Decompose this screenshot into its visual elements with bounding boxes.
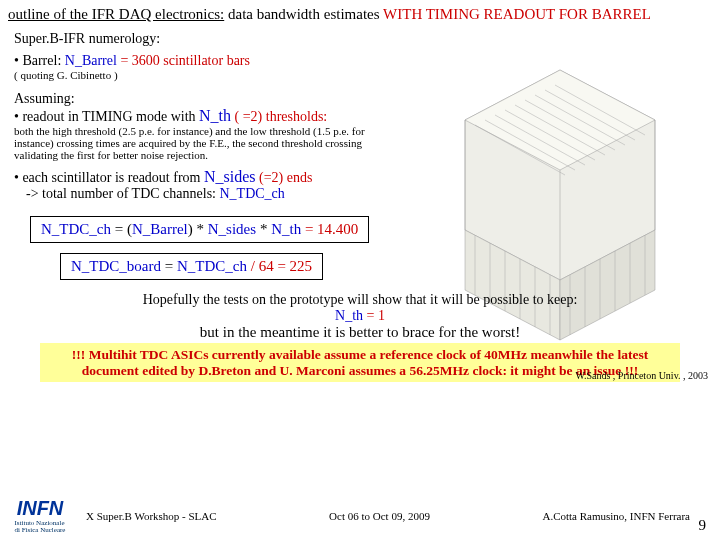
n-barrel-var: N_Barrel [65, 53, 117, 68]
timing-bullet: • readout in TIMING mode with N_th ( =2)… [0, 107, 720, 125]
f1b: = ( [111, 221, 132, 237]
numerology-heading: Super.B-IFR numerology: [0, 25, 720, 51]
tdc-pre: -> total number of TDC channels: [26, 186, 219, 201]
slide-title: outline of the IFR DAQ electronics: data… [0, 0, 720, 25]
tdc-total-line: -> total number of TDC channels: N_TDC_c… [0, 186, 720, 208]
footer-dates: Oct 06 to Oct 09, 2009 [217, 510, 543, 522]
infn-subtitle: Istituto Nazionaledi Fisica Nucleare [15, 520, 66, 534]
scint-pre: • each scintillator is readout from [14, 170, 204, 185]
n-th-var: N_th [199, 107, 231, 124]
scintillator-bullet: • each scintillator is readout from N_si… [0, 165, 720, 186]
scint-post: (=2) ends [256, 170, 313, 185]
f2b: = [161, 258, 177, 274]
title-mid: data bandwidth estimates [224, 6, 383, 22]
f1c: N_Barrel [132, 221, 188, 237]
image-credit: W.Sands , Princeton Univ. , 2003 [575, 370, 708, 381]
footer: INFN Istituto Nazionaledi Fisica Nuclear… [0, 497, 720, 534]
page-number: 9 [699, 517, 707, 534]
formula-ntdc-board: N_TDC_board = N_TDC_ch / 64 = 225 [60, 253, 323, 280]
barrel-label: • Barrel: [14, 53, 65, 68]
threshold-explanation: both the high threshold (2.5 p.e. for in… [0, 125, 400, 165]
f1h: = 14.400 [301, 221, 358, 237]
assuming-label: Assuming: [0, 87, 720, 107]
barrel-bullet: • Barrel: N_Barrel = 3600 scintillator b… [0, 51, 720, 69]
footer-author: A.Cotta Ramusino, INFN Ferrara [542, 510, 720, 522]
n-sides-var: N_sides [204, 168, 256, 185]
title-prefix: outline of the IFR DAQ electronics: [8, 6, 224, 22]
but-line: but in the meantime it is better to brac… [0, 324, 720, 343]
timing-pre: • readout in TIMING mode with [14, 109, 199, 124]
formula-ntdc-ch: N_TDC_ch = (N_Barrel) * N_sides * N_th =… [30, 216, 369, 243]
hopefully-text: Hopefully the tests on the prototype wil… [0, 286, 720, 324]
hope-nth: N_th [335, 308, 363, 323]
svg-line-6 [485, 120, 575, 170]
n-tdc-ch-var: N_TDC_ch [219, 186, 284, 201]
footer-workshop: X Super.B Workshop - SLAC [80, 510, 217, 522]
title-suffix: WITH TIMING READOUT FOR BARREL [383, 6, 651, 22]
f1a: N_TDC_ch [41, 221, 111, 237]
f2a: N_TDC_board [71, 258, 161, 274]
timing-post: ( =2) thresholds: [231, 109, 327, 124]
f1e: N_sides [208, 221, 256, 237]
f1g: N_th [271, 221, 301, 237]
infn-text: INFN [17, 497, 64, 519]
infn-logo: INFN Istituto Nazionaledi Fisica Nuclear… [0, 497, 80, 534]
hope-eq: = 1 [363, 308, 385, 323]
barrel-value: = 3600 scintillator bars [117, 53, 250, 68]
f1f: * [256, 221, 271, 237]
hope-pre: Hopefully the tests on the prototype wil… [143, 292, 578, 307]
f2c: N_TDC_ch [177, 258, 247, 274]
citation-quote: ( quoting G. Cibinetto ) [0, 69, 720, 87]
f1d: ) * [188, 221, 208, 237]
f2d: / 64 = 225 [247, 258, 312, 274]
